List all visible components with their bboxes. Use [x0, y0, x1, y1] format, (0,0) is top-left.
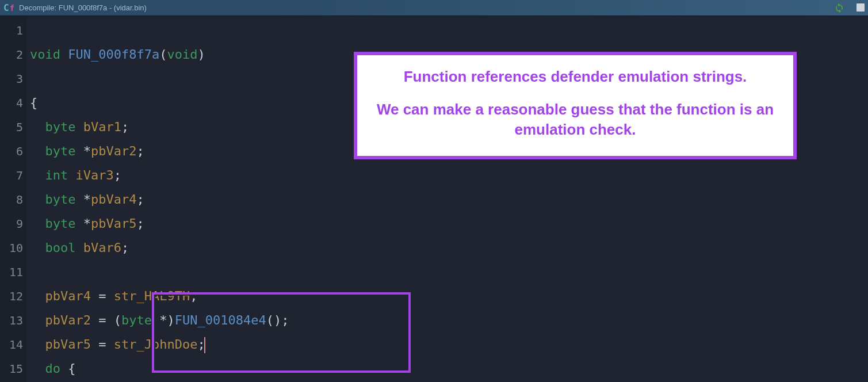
- token-punc: [30, 240, 45, 255]
- token-punc: ;: [136, 192, 144, 207]
- token-kw: byte: [45, 144, 76, 158]
- token-punc: ;: [136, 144, 144, 158]
- token-fn: FUN_000f8f7a: [68, 47, 159, 62]
- code-line[interactable]: byte *pbVar5;: [30, 212, 868, 236]
- line-number: 15: [0, 357, 23, 381]
- token-punc: ();: [266, 313, 289, 327]
- code-line[interactable]: pbVar4 = str_HAL9TH;: [30, 284, 868, 308]
- token-punc: [30, 168, 45, 182]
- token-punc: [30, 289, 45, 303]
- token-punc: [30, 361, 45, 376]
- token-punc: [30, 192, 45, 207]
- token-punc: ;: [190, 289, 197, 303]
- token-punc: ;: [114, 168, 121, 182]
- token-kw: int: [45, 168, 68, 182]
- token-kw: byte: [45, 192, 76, 207]
- token-punc: [30, 337, 45, 352]
- token-var: pbVar5: [91, 216, 136, 231]
- line-number: 8: [0, 188, 23, 212]
- token-punc: *: [75, 144, 91, 158]
- token-kw: byte: [121, 313, 152, 327]
- code-line[interactable]: pbVar2 = (byte *)FUN_001084e4();: [30, 308, 868, 333]
- token-var: pbVar2: [91, 144, 136, 158]
- code-line[interactable]: byte *pbVar4;: [30, 188, 868, 212]
- token-var: bVar6: [83, 240, 121, 255]
- token-punc: [30, 120, 45, 134]
- code-line[interactable]: bool bVar6;: [30, 236, 868, 260]
- token-kw: bool: [45, 240, 76, 255]
- token-var: pbVar4: [91, 192, 136, 207]
- token-punc: ): [197, 47, 205, 62]
- token-kw: byte: [45, 120, 76, 134]
- token-punc: ;: [121, 120, 129, 134]
- token-punc: [60, 47, 68, 62]
- token-kw: void: [30, 47, 60, 62]
- token-punc: [30, 216, 45, 231]
- token-punc: *): [152, 313, 175, 327]
- code-line[interactable]: do {: [30, 357, 868, 381]
- decompile-icon-f: f: [10, 3, 14, 13]
- token-fn: FUN_001084e4: [175, 313, 266, 327]
- token-punc: ;: [121, 240, 129, 255]
- token-kw: void: [167, 47, 197, 62]
- line-number: 6: [0, 139, 23, 163]
- code-editor[interactable]: 123456789101112131415 void FUN_000f8f7a(…: [0, 16, 868, 382]
- line-number: 3: [0, 67, 23, 91]
- line-number: 14: [0, 333, 23, 357]
- decompile-icon-c: C: [3, 2, 9, 13]
- annotation-line-2: We can make a reasonable guess that the …: [371, 100, 779, 140]
- line-number: 4: [0, 91, 23, 115]
- token-var: pbVar4: [45, 289, 91, 303]
- token-var: pbVar2: [45, 313, 91, 327]
- annotation-callout: Function references defender emulation s…: [354, 52, 797, 159]
- token-punc: =: [91, 289, 114, 303]
- line-number: 1: [0, 18, 23, 43]
- token-punc: ;: [136, 216, 144, 231]
- token-punc: *: [75, 192, 91, 207]
- line-number: 13: [0, 308, 23, 333]
- token-var: pbVar5: [45, 337, 91, 352]
- token-punc: (: [159, 47, 167, 62]
- titlebar: C f Decompile: FUN_000f8f7a - (vidar.bin…: [0, 0, 868, 16]
- line-number: 7: [0, 163, 23, 188]
- refresh-icon: [834, 3, 844, 13]
- token-str: str_HAL9TH: [114, 289, 190, 303]
- token-punc: [75, 120, 83, 134]
- token-punc: [75, 240, 83, 255]
- line-number: 5: [0, 115, 23, 139]
- code-line[interactable]: pbVar5 = str_JohnDoe;: [30, 333, 868, 357]
- token-var: bVar1: [83, 120, 121, 134]
- code-line[interactable]: [30, 18, 868, 43]
- token-str: str_JohnDoe: [114, 337, 198, 352]
- token-punc: [68, 168, 75, 182]
- line-number: 9: [0, 212, 23, 236]
- token-punc: [30, 144, 45, 158]
- token-punc: [30, 313, 45, 327]
- token-punc: {: [60, 361, 76, 376]
- window-control[interactable]: [856, 3, 865, 12]
- token-var: iVar3: [76, 168, 114, 182]
- refresh-button[interactable]: [833, 2, 845, 14]
- line-number: 12: [0, 284, 23, 308]
- token-punc: =: [91, 337, 114, 352]
- token-punc: *: [75, 216, 91, 231]
- line-number: 2: [0, 43, 23, 67]
- window-title: Decompile: FUN_000f8f7a - (vidar.bin): [19, 3, 147, 12]
- code-line[interactable]: [30, 260, 868, 284]
- token-kw: do: [45, 361, 61, 376]
- line-number: 11: [0, 260, 23, 284]
- annotation-line-1: Function references defender emulation s…: [371, 67, 779, 87]
- line-number-gutter: 123456789101112131415: [0, 16, 26, 382]
- text-cursor: [204, 337, 205, 353]
- token-punc: {: [30, 96, 37, 110]
- code-line[interactable]: int iVar3;: [30, 163, 868, 188]
- token-punc: = (: [91, 313, 121, 327]
- line-number: 10: [0, 236, 23, 260]
- token-kw: byte: [45, 216, 76, 231]
